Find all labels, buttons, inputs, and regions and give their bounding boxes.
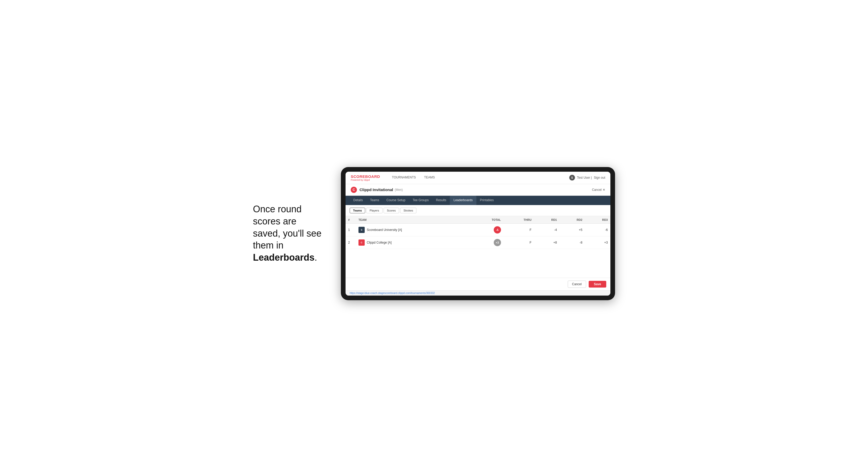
row1-rank: 1	[345, 223, 356, 236]
row2-logo: C	[359, 240, 365, 246]
sidebar-line2: scores are	[253, 216, 297, 226]
row1-team: S Scoreboard University [A]	[356, 223, 470, 236]
logo-sub-accent: clippd	[364, 179, 370, 181]
sidebar-line1: Once round	[253, 204, 302, 214]
row2-rd1: +8	[534, 236, 559, 249]
sign-out-link[interactable]: Sign out	[594, 176, 605, 180]
team-logo-cell: S Scoreboard University [A]	[359, 227, 467, 233]
logo-accent: BOARD	[365, 174, 380, 179]
logo-title: SCOREBOARD	[351, 174, 380, 179]
sidebar-line5-suffix: .	[314, 252, 317, 263]
col-rd2: RD2	[559, 216, 585, 224]
tablet-device: SCOREBOARD Powered by clippd TOURNAMENTS…	[341, 167, 615, 300]
sidebar-text: Once round scores are saved, you'll see …	[253, 203, 326, 264]
cancel-label: Cancel	[592, 188, 601, 192]
logo-plain: SCORE	[351, 174, 365, 179]
row1-logo: S	[359, 227, 365, 233]
row2-rd2: -8	[559, 236, 585, 249]
row1-rd3: -6	[585, 223, 610, 236]
row2-team: C Clippd College [A]	[356, 236, 470, 249]
cancel-x-button[interactable]: Cancel ✕	[592, 188, 605, 192]
col-rd3: RD3	[585, 216, 610, 224]
tournament-header: C Clippd Invitational (Men) Cancel ✕	[345, 184, 610, 196]
tournament-name: Clippd Invitational	[360, 187, 393, 192]
user-avatar: S	[569, 175, 575, 181]
team-logo-cell: C Clippd College [A]	[359, 240, 467, 246]
close-icon[interactable]: ✕	[602, 188, 605, 192]
logo-sub-plain: Powered by	[351, 179, 364, 181]
row2-total: +3	[470, 236, 503, 249]
row2-thru: F	[503, 236, 534, 249]
content-area: Teams Players Scores Strokes # TEAM TOTA…	[345, 205, 610, 295]
main-nav: TOURNAMENTS TEAMS	[388, 172, 439, 184]
tab-details[interactable]: Details	[350, 196, 367, 205]
page-wrapper: Once round scores are saved, you'll see …	[253, 167, 615, 300]
tab-teams[interactable]: Teams	[367, 196, 383, 205]
cancel-button[interactable]: Cancel	[568, 281, 586, 288]
nav-teams[interactable]: TEAMS	[420, 172, 439, 184]
row1-thru: F	[503, 223, 534, 236]
save-button[interactable]: Save	[589, 281, 606, 287]
col-rank: #	[345, 216, 356, 224]
row1-rd2: +5	[559, 223, 585, 236]
tablet-screen: SCOREBOARD Powered by clippd TOURNAMENTS…	[345, 172, 610, 295]
sub-nav: Details Teams Course Setup Tee Groups Re…	[345, 196, 610, 205]
col-team: TEAM	[356, 216, 470, 224]
row2-rd3: +3	[585, 236, 610, 249]
table-row: 2 C Clippd College [A] +3 F	[345, 236, 610, 249]
sidebar-line4: them in	[253, 240, 283, 251]
footer: Cancel Save	[345, 278, 610, 290]
table-header-row: # TEAM TOTAL THRU RD1 RD2 RD3	[345, 216, 610, 224]
sidebar-line5-bold: Leaderboards	[253, 252, 314, 263]
logo-area: SCOREBOARD Powered by clippd	[351, 174, 380, 181]
col-thru: THRU	[503, 216, 534, 224]
sidebar-line3: saved, you'll see	[253, 228, 321, 239]
row1-rd1: -4	[534, 223, 559, 236]
nav-tournaments[interactable]: TOURNAMENTS	[388, 172, 420, 184]
row1-team-name: Scoreboard University [A]	[367, 228, 402, 232]
toggle-teams[interactable]: Teams	[350, 208, 365, 213]
logo-subtitle: Powered by clippd	[351, 179, 380, 181]
tournament-logo: C	[351, 187, 357, 193]
nav-right: S Test User | Sign out	[569, 175, 605, 181]
toggle-scores[interactable]: Scores	[383, 208, 399, 213]
col-rd1: RD1	[534, 216, 559, 224]
row2-rank: 2	[345, 236, 356, 249]
leaderboard-table: # TEAM TOTAL THRU RD1 RD2 RD3 1	[345, 216, 610, 249]
top-nav: SCOREBOARD Powered by clippd TOURNAMENTS…	[345, 172, 610, 184]
tab-course-setup[interactable]: Course Setup	[383, 196, 409, 205]
toggle-players[interactable]: Players	[366, 208, 382, 213]
row1-score-badge: -5	[494, 226, 501, 234]
tournament-gender: (Men)	[395, 188, 403, 192]
toggle-strokes[interactable]: Strokes	[400, 208, 416, 213]
col-total: TOTAL	[470, 216, 503, 224]
toggle-bar: Teams Players Scores Strokes	[345, 205, 610, 216]
row1-total: -5	[470, 223, 503, 236]
tab-tee-groups[interactable]: Tee Groups	[409, 196, 432, 205]
row2-team-name: Clippd College [A]	[367, 241, 392, 244]
url-bar: https://stage-blue-coach.stagescoreboard…	[345, 290, 610, 295]
tab-results[interactable]: Results	[432, 196, 450, 205]
user-name: Test User |	[577, 176, 592, 180]
tab-printables[interactable]: Printables	[476, 196, 497, 205]
table-row: 1 S Scoreboard University [A] -5 F	[345, 223, 610, 236]
row2-score-badge: +3	[494, 239, 501, 246]
tab-leaderboards[interactable]: Leaderboards	[450, 196, 476, 205]
